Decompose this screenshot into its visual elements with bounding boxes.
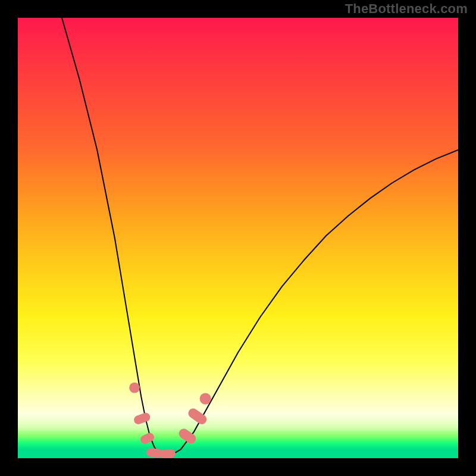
watermark-text: TheBottleneck.com [345,1,468,17]
data-marker [186,406,208,426]
data-marker [129,383,140,393]
markers-group [129,383,211,458]
chart-frame: TheBottleneck.com [0,0,476,476]
curve-svg [18,18,458,458]
bottleneck-curve [62,18,458,456]
data-marker [200,393,211,405]
plot-area [18,18,458,458]
data-marker [133,412,151,426]
data-marker [159,449,176,458]
